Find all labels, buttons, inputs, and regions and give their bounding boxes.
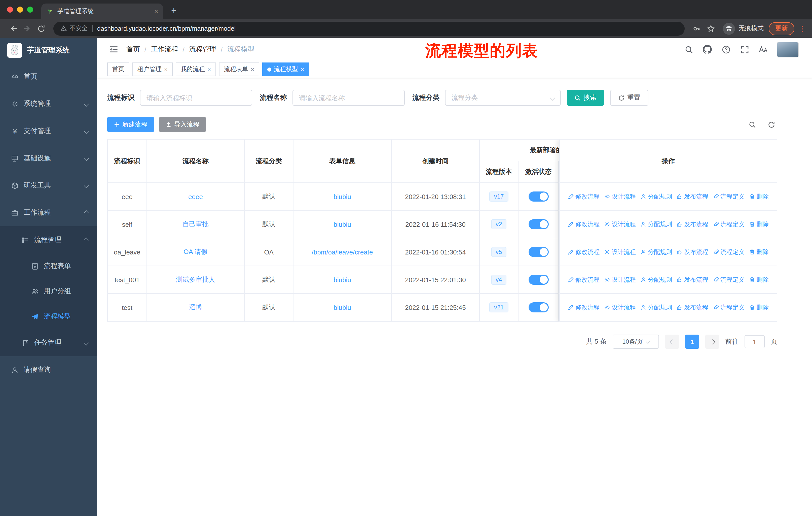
sidebar-item-leave-query[interactable]: 请假查询 <box>0 356 97 383</box>
assign-rule-link[interactable]: 分配规则 <box>640 303 672 312</box>
search-button[interactable]: 搜索 <box>567 90 604 106</box>
design-process-link[interactable]: 设计流程 <box>604 303 636 312</box>
key-icon[interactable] <box>690 21 704 35</box>
help-icon[interactable] <box>721 44 731 54</box>
search-icon[interactable] <box>684 44 694 54</box>
edit-process-link[interactable]: 修改流程 <box>568 192 600 201</box>
design-process-link[interactable]: 设计流程 <box>604 248 636 256</box>
user-avatar[interactable] <box>777 42 799 57</box>
sidebar-logo[interactable]: 芋道管理系统 <box>0 38 97 63</box>
close-icon[interactable]: × <box>251 66 254 73</box>
sidebar-item-process-mgmt[interactable]: 流程管理 <box>0 226 97 253</box>
close-icon[interactable]: × <box>164 66 168 73</box>
delete-link[interactable]: 删除 <box>749 248 769 256</box>
version-badge[interactable]: v4 <box>491 275 506 285</box>
bookmark-star-icon[interactable] <box>704 21 718 35</box>
process-definition-link[interactable]: 流程定义 <box>713 303 745 312</box>
process-name-link[interactable]: 滔博 <box>189 303 202 311</box>
next-page-button[interactable] <box>705 334 719 349</box>
edit-process-link[interactable]: 修改流程 <box>568 248 600 256</box>
reset-button[interactable]: 重置 <box>610 90 648 106</box>
font-size-icon[interactable] <box>758 44 768 54</box>
sidebar-item-home[interactable]: 首页 <box>0 63 97 90</box>
assign-rule-link[interactable]: 分配规则 <box>640 220 672 228</box>
process-name-link[interactable]: 自己审批 <box>182 220 209 228</box>
address-bar[interactable]: 不安全 dashboard.yudao.iocoder.cn/bpm/manag… <box>53 21 685 35</box>
form-link[interactable]: biubiu <box>334 276 351 283</box>
delete-link[interactable]: 删除 <box>749 220 769 228</box>
back-icon[interactable] <box>6 21 20 35</box>
process-definition-link[interactable]: 流程定义 <box>713 275 745 284</box>
sidebar-item-process-form[interactable]: 流程表单 <box>0 253 97 279</box>
table-refresh-icon[interactable] <box>768 121 775 128</box>
edit-process-link[interactable]: 修改流程 <box>568 220 600 228</box>
delete-link[interactable]: 删除 <box>749 275 769 284</box>
form-link[interactable]: biubiu <box>334 304 351 311</box>
window-controls[interactable] <box>0 6 41 19</box>
import-process-button[interactable]: 导入流程 <box>159 117 206 132</box>
active-toggle[interactable] <box>528 191 548 201</box>
assign-rule-link[interactable]: 分配规则 <box>640 275 672 284</box>
breadcrumb-item[interactable]: 工作流程 <box>151 45 178 54</box>
page-number-button[interactable]: 1 <box>685 334 699 349</box>
url-text[interactable]: dashboard.yudao.iocoder.cn/bpm/manager/m… <box>97 25 236 32</box>
assign-rule-link[interactable]: 分配规则 <box>640 192 672 201</box>
tab-close-icon[interactable]: × <box>154 7 158 15</box>
security-indicator[interactable]: 不安全 <box>60 24 88 33</box>
active-toggle[interactable] <box>528 247 548 257</box>
process-name-link[interactable]: OA 请假 <box>183 248 207 255</box>
fullscreen-icon[interactable] <box>740 44 750 54</box>
edit-process-link[interactable]: 修改流程 <box>568 275 600 284</box>
category-select[interactable]: 流程分类 <box>445 90 561 106</box>
sidebar-item-task-mgmt[interactable]: 任务管理 <box>0 329 97 356</box>
close-window-button[interactable] <box>7 6 13 12</box>
tag-home[interactable]: 首页 <box>107 62 129 76</box>
reload-icon[interactable] <box>34 21 48 35</box>
close-icon[interactable]: × <box>207 66 211 73</box>
tag-my-process[interactable]: 我的流程 × <box>176 62 216 76</box>
publish-process-link[interactable]: 发布流程 <box>676 275 708 284</box>
maximize-window-button[interactable] <box>27 6 33 12</box>
active-toggle[interactable] <box>528 219 548 229</box>
process-definition-link[interactable]: 流程定义 <box>713 192 745 201</box>
minimize-window-button[interactable] <box>17 6 23 12</box>
form-link[interactable]: /bpm/oa/leave/create <box>312 248 373 256</box>
publish-process-link[interactable]: 发布流程 <box>676 220 708 228</box>
delete-link[interactable]: 删除 <box>749 303 769 312</box>
sidebar-item-user-group[interactable]: 用户分组 <box>0 279 97 304</box>
publish-process-link[interactable]: 发布流程 <box>676 303 708 312</box>
close-icon[interactable]: × <box>300 66 304 73</box>
design-process-link[interactable]: 设计流程 <box>604 275 636 284</box>
process-definition-link[interactable]: 流程定义 <box>713 248 745 256</box>
tag-tenant[interactable]: 租户管理 × <box>133 62 173 76</box>
version-badge[interactable]: v17 <box>490 191 509 201</box>
sidebar-item-payment[interactable]: ¥ 支付管理 <box>0 117 97 145</box>
hamburger-icon[interactable] <box>109 45 118 54</box>
form-link[interactable]: biubiu <box>334 193 351 200</box>
form-link[interactable]: biubiu <box>334 220 351 228</box>
edit-process-link[interactable]: 修改流程 <box>568 303 600 312</box>
breadcrumb-item[interactable]: 首页 <box>126 45 140 54</box>
sidebar-item-workflow[interactable]: 工作流程 <box>0 199 97 226</box>
breadcrumb-item[interactable]: 流程管理 <box>189 45 216 54</box>
version-badge[interactable]: v2 <box>491 219 506 229</box>
table-search-icon[interactable] <box>749 121 756 128</box>
delete-link[interactable]: 删除 <box>749 192 769 201</box>
version-badge[interactable]: v21 <box>490 302 509 313</box>
sidebar-item-process-model[interactable]: 流程模型 <box>0 304 97 329</box>
page-size-select[interactable]: 10条/页 <box>613 334 659 349</box>
create-process-button[interactable]: 新建流程 <box>107 117 154 132</box>
process-name-link[interactable]: eeee <box>188 193 203 200</box>
tag-process-form[interactable]: 流程表单 × <box>219 62 259 76</box>
assign-rule-link[interactable]: 分配规则 <box>640 248 672 256</box>
publish-process-link[interactable]: 发布流程 <box>676 192 708 201</box>
publish-process-link[interactable]: 发布流程 <box>676 248 708 256</box>
process-definition-link[interactable]: 流程定义 <box>713 220 745 228</box>
update-button[interactable]: 更新 <box>769 22 794 35</box>
process-name-input[interactable] <box>292 90 405 106</box>
browser-menu-icon[interactable]: ⋮ <box>799 24 806 33</box>
tag-process-model[interactable]: 流程模型 × <box>262 62 309 76</box>
design-process-link[interactable]: 设计流程 <box>604 220 636 228</box>
prev-page-button[interactable] <box>665 334 679 349</box>
sidebar-item-system[interactable]: 系统管理 <box>0 90 97 117</box>
